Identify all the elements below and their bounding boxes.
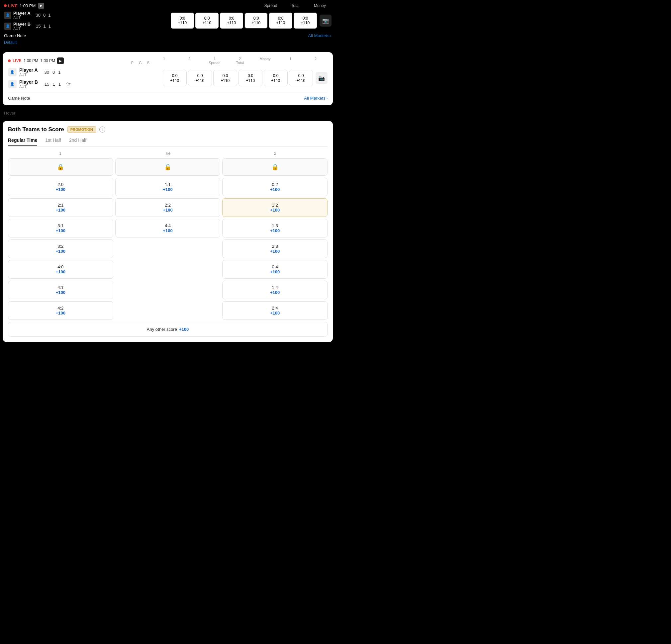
odds-btn-4-top[interactable]: 0:0 ±110 (244, 13, 268, 28)
score-label-21: 2:1 (58, 203, 63, 207)
score-label-02: 0:2 (272, 182, 278, 187)
play-btn-card[interactable]: ▶ (57, 58, 64, 64)
score-cell-22[interactable]: 2:2 +100 (115, 198, 220, 217)
any-other-score-btn[interactable]: Any other score +100 (8, 322, 328, 337)
game-note-card: Game Note (8, 96, 30, 101)
player-a-score-p: 30 (36, 13, 40, 17)
player-b-row-top: 👤 Player B AUT 15 1 1 (4, 22, 171, 30)
score-cell-04[interactable]: 0:4 +100 (222, 260, 328, 279)
player-a-p-card: 30 (45, 70, 49, 75)
score-cell-14[interactable]: 1:4 +100 (222, 281, 328, 299)
total-label-card: 2 Total (228, 57, 252, 65)
card-odds-btn-2[interactable]: 0:0 ±110 (188, 70, 212, 86)
player-a-score-s: 1 (48, 13, 50, 17)
odds-btn-3-top[interactable]: 0:0 ±110 (220, 13, 243, 28)
score-cell-31[interactable]: 3:1 +100 (8, 219, 113, 238)
player-a-name-top: Player A (13, 11, 30, 16)
player-b-country-top: AUT (13, 27, 30, 30)
tab-2nd-half[interactable]: 2nd Half (69, 138, 86, 146)
score-odd-24: +100 (270, 311, 280, 316)
score-label-20: 2:0 (58, 182, 63, 187)
col1b-label-card: 1 (278, 57, 302, 65)
teams-section-top: 👤 Player A AUT 30 0 1 👤 Player B AUT (4, 11, 171, 30)
score-odd-22: +100 (163, 207, 173, 213)
all-markets-link-top[interactable]: All Markets › (308, 33, 331, 38)
score-cell-40[interactable]: 4:0 +100 (8, 260, 113, 279)
score-cell-locked-3[interactable]: 🔒 (222, 159, 328, 176)
p-header: P (131, 61, 134, 65)
score-cell-12[interactable]: 1:2 +100 (222, 198, 328, 217)
card-odds-btn-4[interactable]: 0:0 ±110 (239, 70, 263, 86)
score-cell-21[interactable]: 2:1 +100 (8, 198, 113, 217)
score-cell-empty-row5 (115, 260, 220, 279)
score-cell-20[interactable]: 2:0 +100 (8, 178, 113, 196)
odds-btn-1-top[interactable]: 0:0 ±110 (171, 13, 194, 28)
score-odd-40: +100 (56, 269, 65, 274)
bts-section: Both Teams to Score PROMOTION i Regular … (3, 121, 333, 342)
odds-btn-6-top[interactable]: 0:0 ±110 (294, 13, 317, 28)
score-cell-locked-2[interactable]: 🔒 (115, 159, 220, 176)
play-icon-top[interactable]: ▶ (38, 3, 44, 9)
camera-icon-card: 📷 (316, 72, 328, 84)
tab-1st-half[interactable]: 1st Half (45, 138, 61, 146)
game-note-bar-top: Game Note All Markets › (4, 30, 331, 39)
score-label-04: 0:4 (272, 264, 278, 269)
card-odds-btn-1[interactable]: 0:0 ±110 (163, 70, 187, 86)
g-header: G (139, 61, 142, 65)
all-markets-link-card[interactable]: All Markets › (304, 96, 328, 101)
score-odd-21: +100 (56, 207, 65, 213)
s-header: S (147, 61, 150, 65)
bts-title: Both Teams to Score (8, 126, 64, 133)
score-cell-11[interactable]: 1:1 +100 (115, 178, 220, 196)
info-icon[interactable]: i (99, 127, 105, 132)
score-label-13: 1:3 (272, 223, 278, 228)
match-card: LIVE 1:00 PM 1:00 PM ▶ P G S 1 2 1 Sprea… (3, 52, 333, 105)
player-b-score-p: 15 (36, 24, 40, 28)
odds-btn-5-top[interactable]: 0:0 ±110 (269, 13, 292, 28)
player-b-name-top: Player B (13, 22, 30, 27)
player-a-avatar-top: 👤 (4, 12, 11, 19)
player-b-name-card: Player B (19, 79, 38, 85)
money-label-card: Money (253, 57, 277, 65)
score-odd-12: +100 (270, 207, 280, 213)
player-b-country-card: AUT (19, 85, 38, 89)
score-cell-44[interactable]: 4:4 +100 (115, 219, 220, 238)
player-b-avatar-top: 👤 (4, 23, 11, 30)
card-odds-btn-6[interactable]: 0:0 ±110 (289, 70, 313, 86)
col1-label-card: 1 (152, 57, 176, 65)
hover-label: Hover (0, 109, 336, 117)
spread-label-card: 1 Spread (203, 57, 227, 65)
col-header-1: 1 (8, 151, 113, 156)
default-label-top: Default (4, 39, 331, 48)
odds-btn-2-top[interactable]: 0:0 ±110 (195, 13, 218, 28)
score-label-31: 3:1 (58, 223, 63, 228)
score-cell-32[interactable]: 3:2 +100 (8, 239, 113, 258)
score-odd-04: +100 (270, 269, 280, 274)
card-odds-btn-5[interactable]: 0:0 ±110 (264, 70, 288, 86)
player-b-avatar-card: 👤 (8, 80, 17, 88)
live-dot-top (4, 4, 7, 7)
card-odds-btn-3[interactable]: 0:0 ±110 (213, 70, 237, 86)
score-cell-23[interactable]: 2:3 +100 (222, 239, 328, 258)
score-odd-20: +100 (56, 187, 65, 192)
camera-icon-top: 📷 (319, 15, 331, 27)
score-odd-31: +100 (56, 228, 65, 233)
score-cell-13[interactable]: 1:3 +100 (222, 219, 328, 238)
score-cell-02[interactable]: 0:2 +100 (222, 178, 328, 196)
score-cell-42[interactable]: 4:2 +100 (8, 301, 113, 320)
cursor-hand-indicator: ☞ (66, 80, 72, 88)
score-cell-24[interactable]: 2:4 +100 (222, 301, 328, 320)
lock-icon-1: 🔒 (57, 163, 64, 171)
time-card: 1:00 PM (24, 59, 39, 63)
score-label-40: 4:0 (58, 264, 63, 269)
score-cell-41[interactable]: 4:1 +100 (8, 281, 113, 299)
player-b-p-card: 15 (45, 82, 49, 87)
score-label-22: 2:2 (165, 203, 171, 207)
score-cell-empty-row4 (115, 239, 220, 258)
score-cell-locked-1[interactable]: 🔒 (8, 159, 113, 176)
score-odd-41: +100 (56, 290, 65, 295)
score-label-23: 2:3 (272, 244, 278, 249)
player-a-row-top: 👤 Player A AUT 30 0 1 (4, 11, 171, 20)
any-other-score-odd: +100 (179, 327, 189, 332)
tab-regular-time[interactable]: Regular Time (8, 138, 37, 146)
